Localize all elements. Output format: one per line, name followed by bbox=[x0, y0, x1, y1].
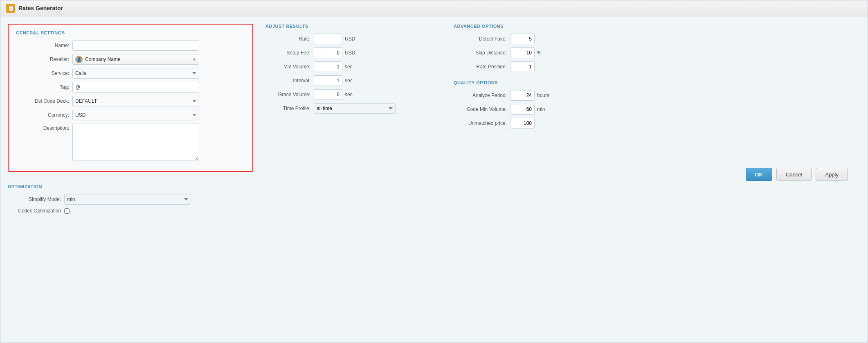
general-settings-section: GENERAL SETTINGS Name: Reseller: 👤 Compa… bbox=[8, 24, 253, 172]
codes-optimization-label: Codes Optimization bbox=[8, 208, 61, 214]
quality-options-section: QUALITY OPTIONS Analyze Period: hours Co… bbox=[454, 80, 856, 129]
quality-options-title: QUALITY OPTIONS bbox=[454, 80, 856, 85]
code-min-volume-unit: min bbox=[537, 106, 545, 112]
tag-label: Tag: bbox=[16, 84, 69, 90]
grace-volume-unit: sec bbox=[345, 92, 353, 97]
name-row: Name: bbox=[16, 40, 245, 51]
min-volume-label: Min Volume: bbox=[265, 64, 310, 70]
time-profile-label: Time Profile: bbox=[265, 106, 310, 111]
setup-fee-input[interactable] bbox=[314, 47, 342, 58]
rate-label: Rate: bbox=[265, 36, 310, 42]
simplify-mode-label: Simplify Mode: bbox=[8, 196, 61, 202]
code-min-volume-label: Code Min Volume: bbox=[454, 106, 507, 112]
code-min-volume-input[interactable] bbox=[510, 104, 535, 115]
cancel-button[interactable]: Cancel bbox=[776, 168, 812, 181]
interval-input[interactable] bbox=[314, 75, 342, 86]
unmatched-price-row: Unmatched price: bbox=[454, 118, 856, 129]
window-icon: 📋 bbox=[6, 4, 15, 13]
service-select[interactable]: Calls bbox=[72, 68, 199, 79]
reseller-label: Reseller: bbox=[16, 56, 69, 62]
setup-fee-row: Setup Fee: USD bbox=[265, 47, 437, 58]
rate-position-label: Rate Position: bbox=[454, 64, 507, 70]
analyze-period-unit: hours bbox=[537, 93, 549, 98]
reseller-dropdown-icon: ▼ bbox=[192, 57, 196, 62]
middle-panel: ADJUST RESULTS Rate: USD Setup Fee: USD … bbox=[253, 24, 450, 217]
reseller-select[interactable]: 👤 Company Name ▼ bbox=[72, 54, 199, 65]
codes-optimization-row: Codes Optimization bbox=[8, 208, 253, 214]
tag-input[interactable] bbox=[72, 82, 199, 93]
content-area: GENERAL SETTINGS Name: Reseller: 👤 Compa… bbox=[0, 16, 868, 224]
skip-distance-label: Skip Distance: bbox=[454, 50, 507, 56]
reseller-avatar-icon: 👤 bbox=[75, 56, 83, 63]
name-input[interactable] bbox=[72, 40, 199, 51]
min-volume-unit: sec bbox=[345, 64, 353, 70]
grace-volume-input[interactable] bbox=[314, 89, 342, 100]
analyze-period-row: Analyze Period: hours bbox=[454, 90, 856, 101]
currency-label: Currency: bbox=[16, 112, 69, 118]
tag-row: Tag: bbox=[16, 82, 245, 93]
general-settings-title: GENERAL SETTINGS bbox=[16, 30, 245, 35]
dst-code-deck-select[interactable]: DEFAULT bbox=[72, 96, 199, 106]
rate-position-input[interactable] bbox=[510, 61, 535, 72]
interval-unit: sec bbox=[345, 78, 353, 83]
rate-input[interactable] bbox=[314, 34, 342, 44]
unmatched-price-label: Unmatched price: bbox=[454, 120, 507, 126]
min-volume-input[interactable] bbox=[314, 61, 342, 72]
skip-distance-input[interactable] bbox=[510, 47, 535, 58]
time-profile-select[interactable]: all time bbox=[314, 103, 396, 114]
rate-row: Rate: USD bbox=[265, 34, 437, 44]
description-label: Description: bbox=[16, 124, 69, 131]
skip-distance-row: Skip Distance: % bbox=[454, 47, 856, 58]
grace-volume-row: Grace Volume: sec bbox=[265, 89, 437, 100]
description-textarea[interactable] bbox=[72, 124, 199, 160]
simplify-mode-select[interactable]: min bbox=[64, 194, 191, 205]
optimization-section: OPTIMIZATION Simplify Mode: min Codes Op… bbox=[8, 178, 253, 217]
analyze-period-input[interactable] bbox=[510, 90, 535, 101]
setup-fee-unit: USD bbox=[345, 50, 355, 56]
interval-row: Interval: sec bbox=[265, 75, 437, 86]
currency-select[interactable]: USD bbox=[72, 110, 199, 120]
rates-generator-window: 📋 Rates Generator GENERAL SETTINGS Name:… bbox=[0, 0, 868, 343]
right-panel: ADVANCED OPTIONS Detect Fake: Skip Dista… bbox=[450, 24, 860, 217]
rate-position-row: Rate Position: bbox=[454, 61, 856, 72]
apply-button[interactable]: Apply bbox=[816, 168, 848, 181]
dst-code-deck-label: Dst Code Deck: bbox=[16, 98, 69, 104]
code-min-volume-row: Code Min Volume: min bbox=[454, 104, 856, 115]
rate-unit: USD bbox=[345, 36, 355, 42]
grace-volume-label: Grace Volume: bbox=[265, 92, 310, 97]
bottom-bar: OK Cancel Apply bbox=[454, 161, 856, 187]
advanced-options-title: ADVANCED OPTIONS bbox=[454, 24, 856, 29]
skip-distance-unit: % bbox=[537, 50, 542, 56]
reseller-value: Company Name bbox=[85, 56, 192, 62]
interval-label: Interval: bbox=[265, 78, 310, 83]
detect-fake-row: Detect Fake: bbox=[454, 34, 856, 44]
analyze-period-label: Analyze Period: bbox=[454, 93, 507, 98]
service-row: Service: Calls bbox=[16, 68, 245, 79]
currency-row: Currency: USD bbox=[16, 110, 245, 120]
service-label: Service: bbox=[16, 70, 69, 76]
name-label: Name: bbox=[16, 43, 69, 48]
ok-button[interactable]: OK bbox=[746, 168, 773, 181]
codes-optimization-checkbox[interactable] bbox=[64, 208, 70, 214]
reseller-row: Reseller: 👤 Company Name ▼ bbox=[16, 54, 245, 65]
unmatched-price-input[interactable] bbox=[510, 118, 535, 129]
simplify-mode-row: Simplify Mode: min bbox=[8, 194, 253, 205]
dst-code-deck-row: Dst Code Deck: DEFAULT bbox=[16, 96, 245, 106]
window-title: Rates Generator bbox=[18, 5, 63, 11]
detect-fake-input[interactable] bbox=[510, 34, 535, 44]
detect-fake-label: Detect Fake: bbox=[454, 36, 507, 42]
left-panel: GENERAL SETTINGS Name: Reseller: 👤 Compa… bbox=[8, 24, 253, 217]
time-profile-row: Time Profile: all time bbox=[265, 103, 437, 114]
setup-fee-label: Setup Fee: bbox=[265, 50, 310, 56]
min-volume-row: Min Volume: sec bbox=[265, 61, 437, 72]
title-bar: 📋 Rates Generator bbox=[0, 0, 868, 16]
description-row: Description: bbox=[16, 124, 245, 160]
optimization-title: OPTIMIZATION bbox=[8, 184, 253, 189]
adjust-results-title: ADJUST RESULTS bbox=[265, 24, 437, 29]
